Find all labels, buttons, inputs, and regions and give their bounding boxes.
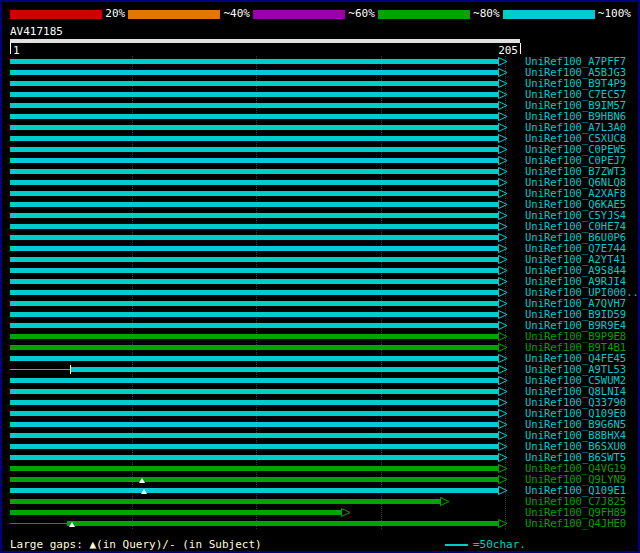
alignment-bar-area[interactable] xyxy=(10,100,520,111)
alignment-bar-area[interactable] xyxy=(10,353,520,364)
alignment-bar-area[interactable] xyxy=(10,199,520,210)
alignment-bar-area[interactable] xyxy=(10,232,520,243)
alignment-bar[interactable] xyxy=(10,169,498,174)
alignment-bar-area[interactable] xyxy=(10,78,520,89)
similarity-scale: 20%~40%~60%~80%~100% xyxy=(10,5,634,23)
alignment-bar-area[interactable] xyxy=(10,177,520,188)
alignment-bar-area[interactable] xyxy=(10,67,520,78)
alignment-bar-area[interactable] xyxy=(10,254,520,265)
alignment-bar[interactable] xyxy=(10,114,498,119)
alignment-bar[interactable] xyxy=(10,422,498,427)
alignment-bar[interactable] xyxy=(10,389,498,394)
alignment-bar-area[interactable] xyxy=(10,485,520,496)
alignment-bar[interactable] xyxy=(10,466,498,471)
alignment-bar[interactable] xyxy=(10,477,498,482)
alignment-bar-area[interactable] xyxy=(10,265,520,276)
alignment-bar[interactable] xyxy=(10,301,498,306)
alignment-bar-area[interactable] xyxy=(10,111,520,122)
alignment-bar[interactable] xyxy=(10,400,498,405)
alignment-bar-area[interactable] xyxy=(10,518,520,529)
alignment-bar-area[interactable] xyxy=(10,342,520,353)
alignment-bar-area[interactable] xyxy=(10,155,520,166)
alignment-bar-area[interactable] xyxy=(10,496,520,507)
alignment-bar-area[interactable] xyxy=(10,419,520,430)
arrow-head-icon xyxy=(498,68,508,77)
alignment-bar[interactable] xyxy=(10,147,498,152)
alignment-bar-area[interactable] xyxy=(10,144,520,155)
alignment-bar-area[interactable] xyxy=(10,320,520,331)
alignment-bar[interactable] xyxy=(10,444,498,449)
arrow-head-icon xyxy=(498,134,508,143)
alignment-bar[interactable] xyxy=(10,334,498,339)
alignment-bar-area[interactable] xyxy=(10,375,520,386)
alignment-bar[interactable] xyxy=(10,202,498,207)
alignment-bar[interactable] xyxy=(10,411,498,416)
alignment-bar[interactable] xyxy=(67,521,498,526)
alignment-bar-area[interactable] xyxy=(10,89,520,100)
alignment-bar[interactable] xyxy=(10,235,498,240)
alignment-bar-area[interactable] xyxy=(10,298,520,309)
alignment-bar[interactable] xyxy=(10,323,498,328)
alignment-bar-area[interactable] xyxy=(10,287,520,298)
alignment-bar-area[interactable] xyxy=(10,397,520,408)
alignment-bar-area[interactable] xyxy=(10,188,520,199)
alignment-bar-area[interactable] xyxy=(10,331,520,342)
alignment-bar[interactable] xyxy=(10,257,498,262)
scale-segment-label: 20% xyxy=(102,5,128,23)
alignment-bar-area[interactable] xyxy=(10,386,520,397)
alignment-bar-area[interactable] xyxy=(10,221,520,232)
alignment-bar-area[interactable] xyxy=(10,276,520,287)
alignment-bar[interactable] xyxy=(10,224,498,229)
arrow-head-icon xyxy=(498,266,508,275)
arrow-head-icon xyxy=(498,189,508,198)
hit-label[interactable]: UniRef100_Q4JHE0 xyxy=(525,518,626,529)
alignment-bar[interactable] xyxy=(10,213,498,218)
alignment-bar[interactable] xyxy=(10,455,498,460)
arrow-head-icon xyxy=(498,354,508,363)
alignment-bar-area[interactable] xyxy=(10,122,520,133)
alignment-bar-area[interactable] xyxy=(10,133,520,144)
alignment-bar[interactable] xyxy=(10,510,341,515)
alignment-bar[interactable] xyxy=(10,290,498,295)
alignment-bar[interactable] xyxy=(10,136,498,141)
alignment-bar-area[interactable] xyxy=(10,430,520,441)
arrow-head-icon xyxy=(498,57,508,66)
alignment-bar-area[interactable] xyxy=(10,56,520,67)
alignment-bar-area[interactable] xyxy=(10,474,520,485)
alignment-bar-area[interactable] xyxy=(10,243,520,254)
alignment-bar[interactable] xyxy=(10,488,498,493)
alignment-bar[interactable] xyxy=(10,345,498,350)
alignment-bar-area[interactable] xyxy=(10,441,520,452)
alignment-bar-area[interactable] xyxy=(10,463,520,474)
alignment-bar[interactable] xyxy=(10,191,498,196)
query-gap-marker xyxy=(139,478,145,483)
alignment-bar-area[interactable] xyxy=(10,408,520,419)
alignment-bar[interactable] xyxy=(10,279,498,284)
alignment-bar[interactable] xyxy=(10,59,498,64)
scale-segment-label: ~80% xyxy=(470,5,503,23)
gap-legend-text: Large gaps: ▲(in Query)/- (in Subject) xyxy=(10,538,262,551)
arrow-head-icon xyxy=(498,222,508,231)
alignment-bar-area[interactable] xyxy=(10,364,520,375)
alignment-bar[interactable] xyxy=(10,92,498,97)
alignment-bar[interactable] xyxy=(10,356,498,361)
alignment-bar-area[interactable] xyxy=(10,452,520,463)
alignment-bar[interactable] xyxy=(10,499,440,504)
alignment-bar[interactable] xyxy=(10,312,498,317)
alignment-bar[interactable] xyxy=(10,268,498,273)
alignment-bar[interactable] xyxy=(10,103,498,108)
alignment-bar[interactable] xyxy=(10,125,498,130)
alignment-bar[interactable] xyxy=(10,70,498,75)
alignment-bar-area[interactable] xyxy=(10,210,520,221)
alignment-bar[interactable] xyxy=(10,158,498,163)
alignment-bar-area[interactable] xyxy=(10,507,520,518)
alignment-bar[interactable] xyxy=(10,246,498,251)
alignment-bar[interactable] xyxy=(10,81,498,86)
alignment-bar[interactable] xyxy=(10,433,498,438)
arrow-head-icon xyxy=(498,332,508,341)
alignment-bar[interactable] xyxy=(10,378,498,383)
alignment-bar[interactable] xyxy=(10,180,498,185)
alignment-bar[interactable] xyxy=(70,367,498,372)
alignment-bar-area[interactable] xyxy=(10,166,520,177)
alignment-bar-area[interactable] xyxy=(10,309,520,320)
